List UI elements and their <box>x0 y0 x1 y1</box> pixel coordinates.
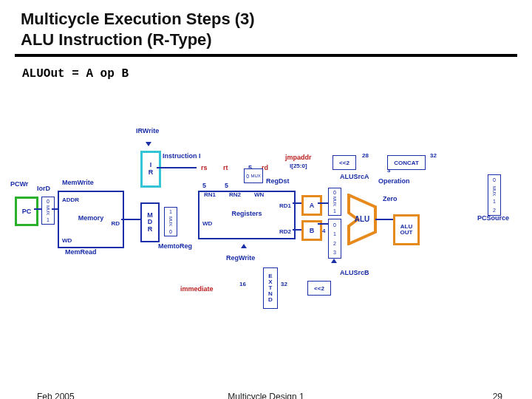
regwrite-arrow <box>241 244 247 248</box>
shiftleft2-jump: <<2 <box>332 155 356 170</box>
zero-signal: Zero <box>383 195 398 202</box>
mux-label: MUX <box>46 205 50 215</box>
footer-center: Multicycle Design 1 <box>228 392 304 399</box>
mux-0e: 0 <box>333 222 336 228</box>
memtoreg-mux: 1 MUX 0 <box>164 207 177 236</box>
title-line-2: ALU Instruction (R-Type) <box>21 30 532 50</box>
wire-a-mux <box>318 202 328 204</box>
jmpaddr-field: jmpaddr <box>285 154 312 161</box>
wire-mem-mdr <box>121 219 140 220</box>
wire-ir-out <box>157 167 197 168</box>
mux-label-d: MUX <box>332 197 337 206</box>
regdst-mux: 0 MUX <box>244 168 263 183</box>
mux-1f: 1 <box>493 199 496 204</box>
bits-32b: 32 <box>430 152 437 159</box>
mux-0d: 0 <box>333 190 336 195</box>
bits-5b: 5 <box>225 182 228 189</box>
iord-signal: IorD <box>37 185 50 192</box>
addr-port: ADDR <box>62 197 79 203</box>
wire-mux-mem <box>52 208 58 210</box>
memtoreg-signal: MemtoReg <box>158 242 192 250</box>
wire-rd2-b <box>293 229 301 231</box>
regdst-signal: RegDst <box>266 177 290 185</box>
footer-page: 29 <box>493 392 502 399</box>
irwrite-signal: IRWrite <box>136 127 159 134</box>
wire-alu-out <box>375 219 393 220</box>
bits-28: 28 <box>362 152 369 159</box>
i250-label: I[25:0] <box>290 163 307 169</box>
memwrite-signal: MemWrite <box>62 179 94 186</box>
wn-port: WN <box>254 191 264 198</box>
alusrcb-arrow <box>331 259 337 263</box>
regwrite-signal: RegWrite <box>226 254 255 262</box>
wire-rd1-a <box>293 202 301 204</box>
mux-2f: 2 <box>493 208 496 213</box>
registers-label: Registers <box>200 210 294 217</box>
mux-label-b: MUX <box>168 216 173 226</box>
wd2-port: WD <box>202 220 212 227</box>
bits-5a: 5 <box>202 182 206 189</box>
mux-label-c: MUX <box>250 174 260 178</box>
immediate-field: immediate <box>180 285 214 293</box>
mux-2e: 2 <box>333 241 336 246</box>
rs-field: rs <box>201 164 208 171</box>
mux-1d: 1 <box>333 208 336 214</box>
pcsource-mux: 0 MUX 1 2 <box>488 174 501 216</box>
const-4: 4 <box>322 228 325 234</box>
pc-block: PC <box>15 197 38 226</box>
alusrca-mux: 0 MUX 1 <box>328 188 341 216</box>
bits-32a: 32 <box>281 281 287 287</box>
shiftleft2-branch: <<2 <box>307 281 331 296</box>
memread-signal: MemRead <box>65 248 97 256</box>
pcwr-signal: PCWr <box>10 180 28 188</box>
irwrite-arrow <box>146 142 151 146</box>
mux-1b: 1 <box>169 209 172 214</box>
alu-text: ALU <box>355 215 370 223</box>
mux-0b: 0 <box>169 229 172 234</box>
mux-1e: 1 <box>333 231 336 236</box>
footer-date: Feb 2005 <box>37 392 75 399</box>
instruction-label: Instruction I <box>163 152 201 160</box>
rt-field: rt <box>223 164 228 171</box>
datapath-diagram: PC PCWr 0 MUX 1 IorD ADDR Memory RD WD M… <box>15 126 517 340</box>
mux-1: 1 <box>47 217 50 222</box>
a-latch: A <box>301 195 322 216</box>
mux-0f: 0 <box>493 177 496 183</box>
bits-16: 16 <box>239 281 246 287</box>
pcsource-signal: PCSource <box>477 214 509 222</box>
title-line-1: Multicycle Execution Steps (3) <box>21 9 532 30</box>
alusrcb-mux: 0 1 2 3 <box>328 219 341 259</box>
concat-block: CONCAT <box>387 155 426 170</box>
mux-label-f: MUX <box>492 186 497 196</box>
alusrca-signal: ALUSrcA <box>340 173 369 180</box>
mux-3e: 3 <box>333 250 336 255</box>
wd-port: WD <box>62 237 72 244</box>
mux-0c: 0 <box>246 174 249 179</box>
wire-b-mux <box>318 223 328 225</box>
operation-signal: Operation <box>378 177 410 185</box>
rd2-port: RD2 <box>279 228 291 235</box>
memory-block: ADDR Memory RD WD <box>58 191 124 248</box>
ir-block: I R <box>140 151 161 188</box>
iord-mux: 0 MUX 1 <box>41 197 55 225</box>
rd-port: RD <box>111 220 120 227</box>
rn1-port: RN1 <box>204 191 216 198</box>
extnd-block: E X T N D <box>263 267 278 309</box>
mdr-block: M D R <box>140 202 160 242</box>
rd1-port: RD1 <box>279 202 291 209</box>
alu-expression: ALUOut = A op B <box>0 57 532 81</box>
registers-block: RN1 RN2 WN Registers WD RD1 RD2 <box>198 191 296 239</box>
alusrcb-signal: ALUSrcB <box>340 269 369 276</box>
wire-pc-mux <box>34 208 41 210</box>
aluout-block: ALU OUT <box>393 214 420 245</box>
rn2-port: RN2 <box>229 191 241 198</box>
mux-0: 0 <box>47 199 50 204</box>
